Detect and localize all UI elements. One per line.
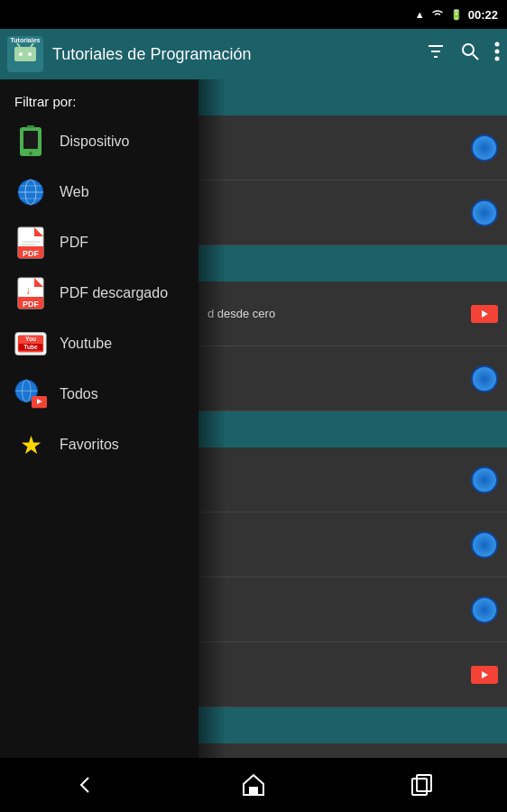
section-header-2 — [198, 245, 507, 281]
content-web-icon — [471, 134, 498, 161]
sidebar-item-youtube[interactable]: You Tube Youtube — [0, 318, 198, 369]
svg-point-8 — [463, 44, 474, 55]
nav-bar — [0, 758, 507, 812]
app-icon: Tutoriales — [7, 36, 43, 72]
sidebar-item-pdf-descargado-label: PDF descargado — [60, 285, 168, 301]
content-area: d desde cero — [198, 79, 507, 758]
tutorial-item[interactable]: d desde cero — [198, 281, 507, 346]
tutorial-item[interactable] — [198, 577, 507, 642]
home-button[interactable] — [226, 767, 281, 803]
top-bar: Tutoriales Tutoriales de Programación — [0, 29, 507, 79]
tutorial-item[interactable]: ense de Madrid 🏴 — [198, 743, 507, 758]
sidebar-item-favoritos-label: Favoritos — [60, 437, 119, 453]
web-icon — [14, 176, 47, 208]
svg-rect-45 — [412, 779, 427, 795]
device-icon — [14, 125, 47, 158]
svg-rect-14 — [23, 131, 38, 149]
svg-point-12 — [495, 57, 500, 61]
yt-play-icon — [482, 671, 488, 678]
svg-point-10 — [495, 42, 500, 47]
todos-icon: ▶ — [14, 378, 47, 411]
tutorial-item[interactable] — [198, 180, 507, 245]
svg-point-16 — [29, 152, 32, 155]
status-icons: ▲ 🔋 00:22 — [415, 8, 498, 22]
tutorial-item-title: d desde cero — [207, 307, 464, 320]
sidebar-item-web-label: Web — [60, 184, 89, 200]
section-header-3 — [198, 411, 507, 448]
content-yt-icon — [471, 666, 498, 684]
tutorial-item[interactable] — [198, 512, 507, 577]
content-yt-icon — [471, 305, 498, 323]
svg-point-2 — [28, 52, 32, 56]
tutorial-item[interactable] — [198, 642, 507, 707]
sidebar-item-todos[interactable]: ▶ Todos — [0, 369, 198, 420]
app-title: Tutoriales de Programación — [52, 45, 417, 64]
filter-icon[interactable] — [426, 42, 446, 67]
sidebar-item-dispositivo-label: Dispositivo — [60, 134, 129, 150]
top-bar-actions — [426, 42, 500, 67]
content-web-icon — [471, 365, 498, 392]
yt-play-icon — [482, 310, 488, 318]
svg-text:PDF: PDF — [23, 249, 40, 258]
svg-point-11 — [495, 50, 500, 54]
main-area: Filtrar por: Dispositivo — [0, 79, 507, 758]
tutorial-item[interactable] — [198, 448, 507, 512]
wifi-icon — [430, 8, 445, 21]
sidebar-item-youtube-label: Youtube — [60, 336, 112, 352]
sidebar-item-pdf-label: PDF — [60, 235, 88, 251]
sidebar-item-todos-label: Todos — [60, 386, 98, 402]
content-web-icon — [471, 199, 498, 226]
youtube-icon: You Tube — [14, 328, 47, 360]
section-header-4 — [198, 707, 507, 743]
svg-text:You: You — [25, 336, 36, 342]
svg-text:↓: ↓ — [25, 284, 31, 297]
recents-button[interactable] — [395, 767, 449, 803]
section-header-1 — [198, 79, 507, 115]
pdf-dl-icon: PDF ↓ — [14, 277, 47, 309]
pdf-icon: PDF — [14, 226, 47, 259]
tutorial-item-text: d desde cero — [207, 307, 464, 320]
content-web-icon — [471, 531, 498, 558]
sidebar-item-favoritos[interactable]: ★ Favoritos — [0, 420, 198, 470]
search-icon[interactable] — [460, 42, 480, 67]
more-icon[interactable] — [494, 42, 500, 67]
sidebar-item-web[interactable]: Web — [0, 167, 198, 217]
back-button[interactable] — [58, 767, 112, 803]
sidebar-item-pdf[interactable]: PDF PDF — [0, 217, 198, 268]
sidebar-item-pdf-descargado[interactable]: PDF ↓ PDF descargado — [0, 268, 198, 318]
content-web-icon — [471, 466, 498, 494]
signal-icon: ▲ — [415, 9, 425, 20]
battery-icon: 🔋 — [450, 9, 463, 21]
svg-line-4 — [31, 43, 33, 47]
tutorial-list: d desde cero — [198, 79, 507, 758]
svg-line-3 — [17, 43, 20, 47]
tutorial-item[interactable] — [198, 115, 507, 180]
svg-rect-0 — [14, 47, 36, 61]
filter-label: Filtrar por: — [0, 79, 198, 116]
clock: 00:22 — [468, 8, 498, 22]
sidebar: Filtrar por: Dispositivo — [0, 79, 198, 758]
star-icon: ★ — [14, 429, 47, 461]
tutorial-item[interactable] — [198, 346, 507, 411]
svg-text:Tube: Tube — [23, 344, 38, 350]
svg-rect-46 — [417, 775, 431, 791]
svg-rect-15 — [27, 125, 34, 128]
content-web-icon — [471, 596, 498, 623]
status-bar: ▲ 🔋 00:22 — [0, 0, 507, 29]
sidebar-item-dispositivo[interactable]: Dispositivo — [0, 116, 198, 167]
svg-text:PDF: PDF — [23, 300, 40, 309]
svg-point-1 — [19, 52, 23, 56]
svg-line-9 — [473, 54, 478, 60]
svg-rect-44 — [250, 788, 257, 795]
